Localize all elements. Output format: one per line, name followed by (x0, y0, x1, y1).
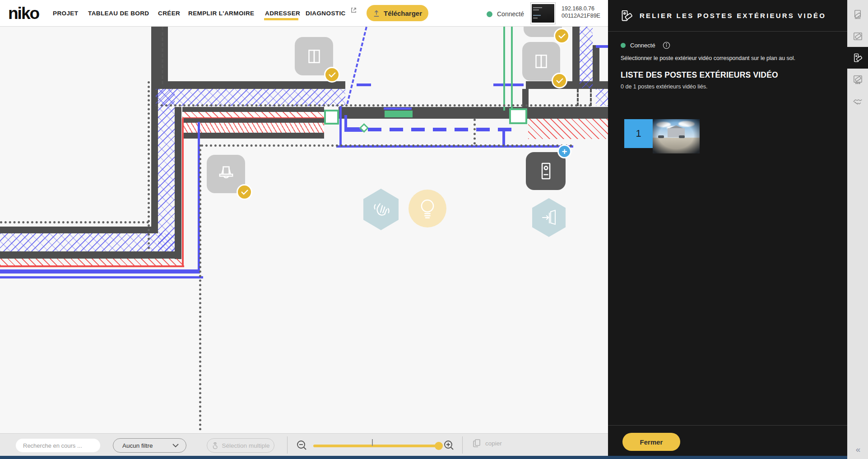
device-icon-light[interactable] (408, 190, 446, 227)
floorplan-dashed-line (162, 27, 163, 84)
floorplan-wall (593, 45, 599, 89)
floorplan-hatch-blue (158, 89, 175, 251)
floorplan-canvas[interactable]: + (0, 27, 608, 433)
controller-image (532, 4, 554, 23)
nav-projet[interactable]: PROJET (53, 0, 78, 27)
zoom-out-button[interactable] (296, 440, 308, 451)
search-input[interactable] (16, 439, 100, 452)
external-link-icon (350, 7, 357, 14)
chevron-down-icon (172, 444, 179, 448)
zoom-slider[interactable] (313, 445, 439, 447)
tab-handshake-icon[interactable] (847, 91, 868, 112)
filter-dropdown[interactable]: Aucun filtre (113, 438, 186, 453)
multi-select-label: Sélection multiple (222, 442, 270, 449)
nav-creer[interactable]: CRÉER (158, 0, 180, 27)
copy-button[interactable]: copier (472, 438, 502, 448)
device-icon-video-doorstation[interactable] (526, 152, 566, 190)
info-icon[interactable] (663, 42, 670, 49)
controller-id: 00112A21F89E (562, 12, 600, 19)
floorplan-wall (151, 27, 168, 84)
floorplan-dotted-line (199, 144, 201, 431)
link-doorstation-icon (621, 9, 633, 22)
bottom-toolbar: Aucun filtre Sélection multiple copier (0, 433, 608, 456)
tab-address-label-icon[interactable] (847, 25, 868, 47)
floorplan-blue-line (493, 83, 524, 86)
panel-connection-status: Connecté (621, 42, 670, 49)
floorplan-blue-line (357, 83, 371, 86)
close-button[interactable]: Fermer (622, 433, 680, 451)
zoom-slider-midpoint (372, 439, 373, 446)
floorplan-hatch-blue (156, 89, 345, 106)
door-enter-icon (539, 208, 559, 227)
floorplan-wall (0, 227, 158, 233)
floorplan-wall (0, 251, 181, 259)
floorplan-wall (339, 107, 608, 119)
doorstation-camera-thumbnail (653, 119, 700, 153)
add-link-badge[interactable]: + (557, 144, 571, 158)
floorplan-wall (175, 107, 181, 259)
floorplan-dotted-line (0, 221, 149, 223)
floorplan-blue-dashed-line (368, 128, 519, 131)
nav-diagnostic[interactable]: DIAGNOSTIC (306, 0, 346, 27)
floorplan-hatch-blue (580, 27, 593, 88)
zoom-slider-handle[interactable] (435, 442, 443, 450)
floorplan-green-box (509, 108, 527, 124)
side-tabbar: « (847, 0, 868, 459)
download-button[interactable]: Télécharger (367, 5, 428, 21)
collapse-panel-button[interactable]: « (847, 443, 868, 456)
panel-footer: Fermer (608, 425, 847, 456)
status-dot-icon (621, 43, 626, 48)
floorplan-dashed-line (577, 89, 579, 106)
panel-title: RELIER LES POSTES EXTÉRIEURS VIDÉO (640, 12, 826, 19)
multi-select-button[interactable]: Sélection multiple (207, 438, 274, 453)
status-dot-icon (487, 11, 492, 17)
floorplan-green-line (511, 27, 513, 111)
floorplan-wall (182, 133, 324, 139)
bell-icon (215, 163, 237, 185)
device-icon-hand-wave[interactable] (363, 189, 399, 230)
connection-status: Connecté (487, 10, 524, 18)
floorplan-blue-line (0, 269, 200, 274)
floorplan-blue-line (0, 276, 203, 278)
status-label: Connecté (497, 10, 524, 18)
download-label: Télécharger (384, 9, 422, 17)
top-navigation-bar: niko PROJET TABLEAU DE BORD CRÉER REMPLI… (0, 0, 608, 27)
nav-remplir-armoire[interactable]: REMPLIR L'ARMOIRE (188, 0, 255, 27)
floorplan-hatch-red (528, 119, 608, 139)
floorplan-red-line (0, 265, 184, 267)
tab-address-devices-icon[interactable] (847, 4, 868, 25)
nav-adresser[interactable]: ADRESSER (265, 0, 300, 27)
check-badge-icon (554, 28, 570, 44)
floorplan-blue-line (339, 106, 342, 147)
doorstation-list-item[interactable]: 1 (624, 119, 700, 153)
controller-ip: 192.168.0.76 (562, 5, 600, 12)
tap-hand-icon (212, 442, 218, 449)
floorplan-dashed-line (590, 89, 592, 106)
link-video-doorstation-panel: RELIER LES POSTES EXTÉRIEURS VIDÉO Conne… (608, 0, 847, 456)
floorplan-dotted-line (161, 104, 591, 107)
floorplan-wall (151, 81, 345, 89)
niko-logo: niko (8, 4, 39, 23)
active-tab-underline (264, 18, 298, 20)
floorplan-wall (572, 27, 580, 88)
check-badge-icon (237, 184, 252, 200)
controller-address: 192.168.0.76 00112A21F89E (562, 5, 600, 19)
tab-link-doorstation-icon[interactable] (847, 47, 868, 69)
floorplan-green-box (324, 110, 339, 125)
floorplan-red-line (182, 118, 184, 267)
floorplan-wall (182, 118, 324, 123)
floorplan-hatch-blue (596, 89, 608, 106)
copy-icon (472, 438, 481, 448)
panel-list-title: LISTE DES POSTES EXTÉRIEURS VIDÉO (621, 70, 778, 80)
device-icon-door-access[interactable] (532, 198, 566, 237)
doorstation-number: 1 (624, 119, 653, 148)
nav-tableau-de-bord[interactable]: TABLEAU DE BORD (88, 0, 149, 27)
floorplan-green-line (503, 27, 505, 111)
floorplan-hatch-red (182, 112, 324, 118)
tab-address-tag-icon[interactable] (847, 69, 868, 90)
floorplan-dotted-line (201, 144, 572, 147)
switch-icon (531, 51, 552, 72)
floorplan-hatch-red (182, 123, 324, 133)
zoom-in-button[interactable] (443, 440, 455, 451)
panel-count-text: 0 de 1 postes extérieurs vidéo liés. (621, 83, 707, 90)
